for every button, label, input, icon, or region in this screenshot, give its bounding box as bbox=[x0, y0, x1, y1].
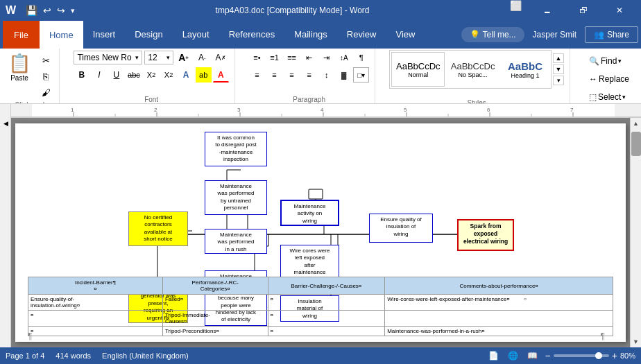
shading-button[interactable]: ▓ bbox=[336, 67, 352, 83]
replace-icon: ↔ bbox=[589, 74, 597, 84]
lightbulb-icon: 💡 bbox=[470, 30, 480, 40]
scroll-down-button[interactable]: ▼ bbox=[631, 336, 642, 347]
numbering-button[interactable]: ≡1 bbox=[266, 50, 282, 65]
tab-home[interactable]: Home bbox=[40, 21, 83, 49]
tab-references[interactable]: References bbox=[219, 21, 284, 49]
styles-more[interactable]: ▾ bbox=[553, 76, 564, 85]
strikethrough-button[interactable]: abc bbox=[126, 67, 142, 83]
style-normal[interactable]: AaBbCcDc Normal bbox=[391, 52, 445, 87]
document-page[interactable]: Spark fromexposedelectrical wiring It wa… bbox=[15, 123, 626, 342]
grow-font-button[interactable]: A+ bbox=[176, 50, 192, 65]
justify-button[interactable]: ≡ bbox=[301, 67, 317, 83]
svg-text:1: 1 bbox=[71, 107, 74, 113]
font-family-selector[interactable]: Times New Ro ▾ bbox=[74, 51, 142, 64]
share-icon: 👥 bbox=[594, 30, 604, 40]
style-heading1[interactable]: AaBbC Heading 1 bbox=[501, 52, 549, 87]
save-button[interactable]: 💾 bbox=[26, 5, 37, 16]
tab-insert[interactable]: Insert bbox=[83, 21, 126, 49]
format-painter-button[interactable]: 🖌 bbox=[36, 85, 55, 100]
status-bar: Page 1 of 4 414 words English (United Ki… bbox=[0, 347, 641, 364]
restore-button[interactable]: 🗗 bbox=[567, 0, 599, 21]
replace-label: Replace bbox=[599, 74, 629, 84]
file-menu[interactable]: File bbox=[3, 21, 40, 49]
sort-button[interactable]: ↕A bbox=[336, 50, 352, 65]
ribbon-display-button[interactable]: ⬜ bbox=[510, 0, 522, 21]
undo-button[interactable]: ↩ bbox=[43, 5, 51, 16]
paste-label: Paste bbox=[10, 74, 28, 82]
tab-mailings[interactable]: Mailings bbox=[284, 21, 337, 49]
highlight-button[interactable]: ab bbox=[196, 67, 212, 83]
multilevel-button[interactable]: ≡≡ bbox=[284, 50, 300, 65]
style-nospace-label: No Spac... bbox=[459, 71, 488, 78]
subscript-button[interactable]: X2 bbox=[144, 67, 160, 83]
style-normal-label: Normal bbox=[408, 71, 428, 78]
show-hide-button[interactable]: ¶ bbox=[353, 50, 369, 65]
bold-button[interactable]: B bbox=[74, 67, 89, 83]
paragraph-label: Paragraph bbox=[249, 94, 369, 103]
paste-button[interactable]: 📋 Paste bbox=[6, 50, 33, 85]
tab-design[interactable]: Design bbox=[125, 21, 172, 49]
tab-review[interactable]: Review bbox=[337, 21, 386, 49]
scroll-thumb[interactable] bbox=[631, 132, 641, 156]
user-name[interactable]: Jasper Smit bbox=[524, 30, 585, 40]
style-heading-preview: AaBbC bbox=[508, 60, 542, 72]
copy-button[interactable]: ⎘ bbox=[36, 69, 55, 84]
svg-text:3: 3 bbox=[237, 107, 241, 113]
tab-layout[interactable]: Layout bbox=[173, 21, 219, 49]
minimize-button[interactable]: 🗕 bbox=[531, 0, 563, 21]
print-layout-button[interactable]: 📄 bbox=[487, 349, 501, 363]
styles-scroll-up[interactable]: ▲ bbox=[553, 53, 564, 63]
ensure-quality-box: Ensure quality ofinsulation ofwiring bbox=[369, 214, 433, 243]
font-size-value: 12 bbox=[148, 53, 157, 62]
col-barrier-challenge: Barrier-Challenge-/-Causes¤ bbox=[268, 277, 385, 295]
common-disregard-box: It was commonto disregard post-maintenan… bbox=[205, 132, 267, 166]
rush-box: Maintenancewas performedin a rush bbox=[205, 229, 267, 254]
scroll-up-button[interactable]: ▲ bbox=[631, 118, 642, 129]
increase-indent-button[interactable]: ⇥ bbox=[318, 50, 334, 65]
decrease-indent-button[interactable]: ⇤ bbox=[301, 50, 317, 65]
replace-button[interactable]: ↔ Replace bbox=[584, 71, 635, 87]
read-mode-button[interactable]: 📖 bbox=[526, 349, 540, 363]
close-button[interactable]: ✕ bbox=[604, 0, 635, 21]
shrink-font-button[interactable]: A- bbox=[194, 50, 211, 65]
styles-group-label: Styles bbox=[389, 98, 564, 104]
table-row: Ensure-quality-of-insulation-of-wiring¤ … bbox=[28, 295, 613, 311]
redo-button[interactable]: ↪ bbox=[57, 5, 65, 16]
font-size-selector[interactable]: 12 ▾ bbox=[144, 51, 173, 64]
vertical-scrollbar[interactable]: ▲ ▼ bbox=[630, 118, 641, 347]
web-layout-button[interactable]: 🌐 bbox=[506, 349, 520, 363]
italic-button[interactable]: I bbox=[91, 67, 107, 83]
window-controls: ⬜ 🗕 🗗 ✕ bbox=[510, 0, 635, 21]
superscript-button[interactable]: X2 bbox=[161, 67, 177, 83]
line-spacing-button[interactable]: ↕ bbox=[318, 67, 334, 83]
zoom-out-button[interactable]: − bbox=[545, 350, 551, 361]
col-performance: Performance-/-RC-Categories¤ bbox=[162, 277, 268, 295]
styles-scroll-down[interactable]: ▼ bbox=[553, 64, 564, 74]
font-group: Times New Ro ▾ 12 ▾ A+ A- A✗ B I U abc X… bbox=[68, 49, 235, 103]
share-label: Share bbox=[607, 30, 629, 40]
tab-view[interactable]: View bbox=[386, 21, 425, 49]
underline-button[interactable]: U bbox=[108, 67, 124, 83]
cut-button[interactable]: ✂ bbox=[36, 53, 55, 68]
ruler-corner bbox=[0, 104, 11, 118]
align-right-button[interactable]: ≡ bbox=[284, 67, 300, 83]
spark-box: Spark fromexposedelectrical wiring bbox=[457, 219, 514, 251]
find-button[interactable]: 🔍 Find ▾ bbox=[584, 53, 635, 69]
menu-bar: File Home Insert Design Layout Reference… bbox=[0, 21, 641, 49]
zoom-slider[interactable] bbox=[554, 354, 609, 357]
style-no-spacing[interactable]: AaBbCcDc No Spac... bbox=[446, 52, 499, 87]
scroll-left-button[interactable]: ◀ bbox=[0, 118, 11, 129]
select-button[interactable]: ⬚ Select ▾ bbox=[584, 89, 635, 104]
border-button[interactable]: □▾ bbox=[353, 67, 369, 83]
text-effects-button[interactable]: A bbox=[178, 67, 194, 83]
share-button[interactable]: 👥 Share bbox=[585, 26, 638, 43]
center-button[interactable]: ≡ bbox=[266, 67, 282, 83]
font-color-button[interactable]: A bbox=[213, 67, 229, 83]
tell-me-field[interactable]: 💡 Tell me... bbox=[461, 27, 524, 42]
ribbon: 📋 Paste ✂ ⎘ 🖌 Clipboard Times New Ro ▾ 1… bbox=[0, 49, 641, 104]
align-left-button[interactable]: ≡ bbox=[249, 67, 265, 83]
zoom-in-button[interactable]: + bbox=[612, 350, 617, 361]
svg-text:2: 2 bbox=[154, 107, 157, 113]
clear-format-button[interactable]: A✗ bbox=[212, 50, 229, 65]
bullets-button[interactable]: ≡• bbox=[249, 50, 265, 65]
